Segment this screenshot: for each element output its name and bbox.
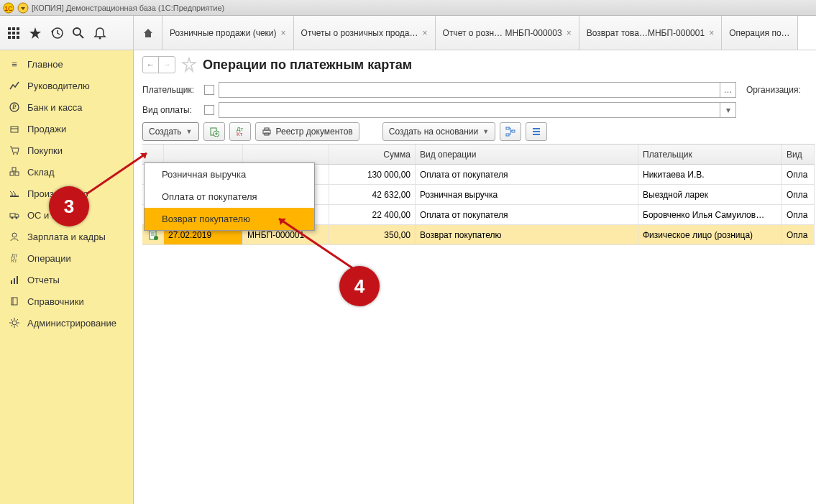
th-payer[interactable]: Плательщик: [638, 145, 782, 164]
sidebar-item-admin[interactable]: Администрирование: [0, 312, 133, 334]
sidebar-label: Операции: [27, 253, 71, 264]
apps-grid-icon[interactable]: [7, 27, 20, 40]
dtkt-icon: ДтКт: [237, 127, 243, 137]
sidebar-item-bank[interactable]: ₽Банк и касса: [0, 96, 133, 118]
list-icon: [531, 127, 541, 137]
gear-icon: [9, 317, 20, 329]
person-icon: [9, 231, 20, 242]
create-button[interactable]: Создать▼: [142, 122, 199, 141]
cell-kind: Опла: [782, 225, 815, 244]
paytype-filter-checkbox[interactable]: [204, 105, 214, 115]
tab-close-icon[interactable]: ×: [709, 28, 714, 38]
tab-0[interactable]: Розничные продажи (чеки)×: [162, 16, 294, 50]
sidebar-label: Администрирование: [27, 318, 116, 329]
callout-4: 4: [339, 266, 380, 306]
tab-3[interactable]: Возврат това…МНБП-000001×: [579, 16, 723, 50]
svg-rect-28: [10, 196, 19, 197]
tab-close-icon[interactable]: ×: [567, 28, 572, 38]
choose-icon[interactable]: …: [720, 83, 735, 97]
menu-item-payment-from-customer[interactable]: Оплата от покупателя: [145, 185, 314, 208]
sidebar-label: Зарплата и кадры: [27, 232, 106, 242]
svg-marker-13: [29, 27, 41, 39]
th-date[interactable]: [164, 145, 243, 164]
sidebar-label: Банк и касса: [27, 102, 83, 113]
svg-rect-11: [12, 36, 15, 39]
svg-rect-26: [15, 172, 19, 175]
th-sum[interactable]: Сумма: [329, 145, 416, 164]
registry-button[interactable]: Реестр документов: [255, 122, 359, 141]
svg-rect-29: [10, 214, 15, 217]
sidebar-item-catalogs[interactable]: Справочники: [0, 290, 133, 312]
copy-button[interactable]: [203, 122, 225, 141]
search-icon[interactable]: [72, 27, 85, 40]
nav-back-button[interactable]: ←: [143, 57, 159, 73]
tab-2[interactable]: Отчет о розн… МНБП-000003×: [436, 16, 579, 50]
svg-point-16: [73, 28, 81, 35]
svg-rect-10: [8, 36, 11, 39]
cell-kind: Опла: [782, 185, 815, 204]
svg-line-43: [11, 319, 12, 321]
tab-4[interactable]: Операция по…: [722, 16, 797, 50]
sidebar-label: Отчеты: [27, 275, 60, 285]
tree-icon: [505, 127, 515, 137]
tab-label: Отчет о розн… МНБП-000003: [443, 28, 562, 38]
history-icon[interactable]: [50, 27, 63, 40]
th-op[interactable]: Вид операции: [416, 145, 638, 164]
org-filter-label: Организация:: [746, 85, 801, 95]
sidebar-item-hr[interactable]: Зарплата и кадры: [0, 226, 133, 247]
home-tab[interactable]: [134, 16, 162, 50]
payer-filter-label: Плательщик:: [142, 85, 200, 95]
tab-close-icon[interactable]: ×: [281, 28, 286, 38]
sidebar-label: Продажи: [27, 124, 66, 134]
cell-op: Оплата от покупателя: [416, 205, 638, 224]
svg-rect-35: [17, 276, 18, 284]
sidebar-label: Руководителю: [27, 81, 90, 91]
cell-sum: 42 632,00: [329, 185, 416, 204]
tab-1[interactable]: Отчеты о розничных прода…×: [294, 16, 436, 50]
sidebar-item-operations[interactable]: ДтКтОперации: [0, 247, 133, 269]
payer-filter-input[interactable]: …: [219, 82, 736, 98]
sidebar-item-sales[interactable]: Продажи: [0, 118, 133, 139]
package-icon: [9, 123, 20, 134]
nav-forward-button[interactable]: →: [159, 57, 175, 73]
svg-rect-57: [512, 130, 515, 132]
paytype-filter-input[interactable]: ▾: [219, 102, 736, 118]
cell-kind: Опла: [782, 205, 815, 224]
dropdown-icon[interactable]: ▾: [720, 103, 735, 117]
tab-close-icon[interactable]: ×: [423, 28, 428, 38]
home-icon: [142, 27, 154, 39]
svg-rect-21: [11, 127, 18, 132]
list-view-button[interactable]: [526, 122, 547, 141]
create-based-button[interactable]: Создать на основании▼: [382, 122, 495, 141]
chevron-down-icon: ▼: [186, 128, 193, 135]
svg-rect-53: [265, 128, 269, 130]
chart-line-icon: [9, 80, 20, 91]
sidebar-item-main[interactable]: ≡Главное: [0, 53, 133, 75]
payer-filter-checkbox[interactable]: [204, 85, 214, 95]
toolbar-left: [0, 16, 134, 50]
svg-point-31: [16, 217, 18, 219]
sidebar: ≡Главное Руководителю ₽Банк и касса Прод…: [0, 50, 134, 504]
related-button[interactable]: [500, 122, 521, 141]
svg-rect-34: [14, 278, 15, 284]
dtkt-button[interactable]: ДтКт: [229, 122, 251, 141]
svg-point-38: [12, 321, 17, 325]
svg-rect-9: [17, 32, 19, 35]
callout-3: 3: [49, 186, 89, 226]
sidebar-item-reports[interactable]: Отчеты: [0, 269, 133, 290]
cell-op: Розничная выручка: [416, 185, 638, 204]
document-icon: [148, 230, 158, 240]
star-icon[interactable]: [29, 27, 42, 40]
bell-icon[interactable]: [93, 27, 106, 40]
create-label: Создать: [149, 127, 182, 137]
factory-icon: [9, 188, 20, 199]
command-bar: Создать▼ ДтКт Реестр документов Создать …: [142, 122, 816, 141]
dropdown-title-icon[interactable]: [17, 2, 29, 14]
sidebar-item-manager[interactable]: Руководителю: [0, 75, 133, 96]
svg-rect-33: [11, 280, 12, 284]
menu-item-retail-revenue[interactable]: Розничная выручка: [145, 163, 314, 185]
th-num[interactable]: [243, 145, 329, 164]
th-kind[interactable]: Вид: [782, 145, 815, 164]
favorite-star-icon[interactable]: [181, 57, 197, 73]
svg-point-24: [17, 153, 18, 155]
